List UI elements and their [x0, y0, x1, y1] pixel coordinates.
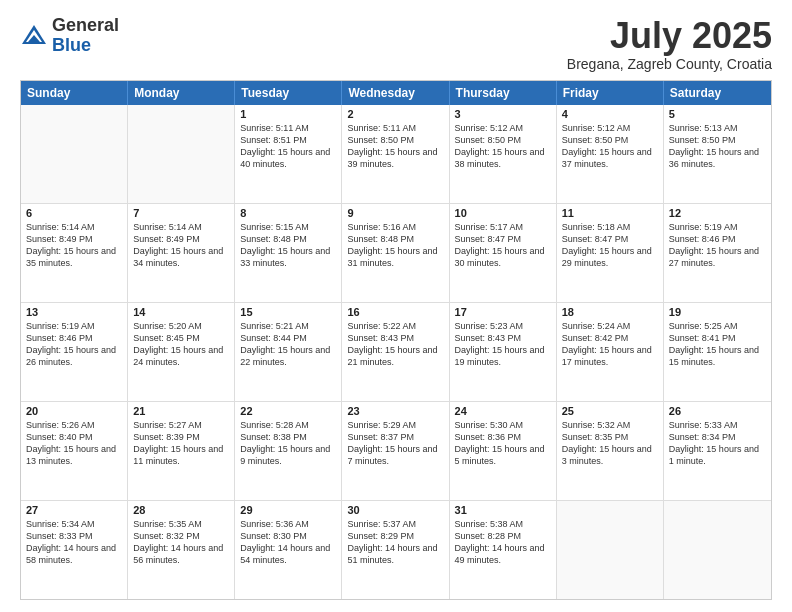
cell-info: Sunrise: 5:19 AM Sunset: 8:46 PM Dayligh… — [669, 221, 766, 270]
location: Bregana, Zagreb County, Croatia — [567, 56, 772, 72]
cal-cell-day-2: 2Sunrise: 5:11 AM Sunset: 8:50 PM Daylig… — [342, 105, 449, 203]
cal-week-5: 27Sunrise: 5:34 AM Sunset: 8:33 PM Dayli… — [21, 501, 771, 599]
day-number: 22 — [240, 405, 336, 417]
cell-info: Sunrise: 5:34 AM Sunset: 8:33 PM Dayligh… — [26, 518, 122, 567]
cal-cell-day-23: 23Sunrise: 5:29 AM Sunset: 8:37 PM Dayli… — [342, 402, 449, 500]
cal-header-friday: Friday — [557, 81, 664, 105]
cell-info: Sunrise: 5:23 AM Sunset: 8:43 PM Dayligh… — [455, 320, 551, 369]
cal-week-2: 6Sunrise: 5:14 AM Sunset: 8:49 PM Daylig… — [21, 204, 771, 303]
cell-info: Sunrise: 5:35 AM Sunset: 8:32 PM Dayligh… — [133, 518, 229, 567]
cell-info: Sunrise: 5:12 AM Sunset: 8:50 PM Dayligh… — [562, 122, 658, 171]
cell-info: Sunrise: 5:20 AM Sunset: 8:45 PM Dayligh… — [133, 320, 229, 369]
cell-info: Sunrise: 5:33 AM Sunset: 8:34 PM Dayligh… — [669, 419, 766, 468]
day-number: 30 — [347, 504, 443, 516]
cal-cell-day-21: 21Sunrise: 5:27 AM Sunset: 8:39 PM Dayli… — [128, 402, 235, 500]
logo: General Blue — [20, 16, 119, 56]
cell-info: Sunrise: 5:37 AM Sunset: 8:29 PM Dayligh… — [347, 518, 443, 567]
cell-info: Sunrise: 5:18 AM Sunset: 8:47 PM Dayligh… — [562, 221, 658, 270]
day-number: 9 — [347, 207, 443, 219]
cell-info: Sunrise: 5:14 AM Sunset: 8:49 PM Dayligh… — [26, 221, 122, 270]
day-number: 12 — [669, 207, 766, 219]
cal-week-1: 1Sunrise: 5:11 AM Sunset: 8:51 PM Daylig… — [21, 105, 771, 204]
cal-cell-day-11: 11Sunrise: 5:18 AM Sunset: 8:47 PM Dayli… — [557, 204, 664, 302]
day-number: 23 — [347, 405, 443, 417]
cal-header-monday: Monday — [128, 81, 235, 105]
cal-cell-day-13: 13Sunrise: 5:19 AM Sunset: 8:46 PM Dayli… — [21, 303, 128, 401]
cal-cell-day-22: 22Sunrise: 5:28 AM Sunset: 8:38 PM Dayli… — [235, 402, 342, 500]
cal-header-wednesday: Wednesday — [342, 81, 449, 105]
calendar: SundayMondayTuesdayWednesdayThursdayFrid… — [20, 80, 772, 600]
cal-cell-empty — [664, 501, 771, 599]
cal-header-thursday: Thursday — [450, 81, 557, 105]
day-number: 3 — [455, 108, 551, 120]
calendar-header: SundayMondayTuesdayWednesdayThursdayFrid… — [21, 81, 771, 105]
cell-info: Sunrise: 5:14 AM Sunset: 8:49 PM Dayligh… — [133, 221, 229, 270]
cal-cell-day-20: 20Sunrise: 5:26 AM Sunset: 8:40 PM Dayli… — [21, 402, 128, 500]
day-number: 7 — [133, 207, 229, 219]
cal-header-sunday: Sunday — [21, 81, 128, 105]
cal-cell-empty — [557, 501, 664, 599]
cell-info: Sunrise: 5:16 AM Sunset: 8:48 PM Dayligh… — [347, 221, 443, 270]
cell-info: Sunrise: 5:15 AM Sunset: 8:48 PM Dayligh… — [240, 221, 336, 270]
day-number: 24 — [455, 405, 551, 417]
cal-week-3: 13Sunrise: 5:19 AM Sunset: 8:46 PM Dayli… — [21, 303, 771, 402]
cal-cell-day-3: 3Sunrise: 5:12 AM Sunset: 8:50 PM Daylig… — [450, 105, 557, 203]
cal-cell-day-7: 7Sunrise: 5:14 AM Sunset: 8:49 PM Daylig… — [128, 204, 235, 302]
cal-cell-day-9: 9Sunrise: 5:16 AM Sunset: 8:48 PM Daylig… — [342, 204, 449, 302]
cal-cell-day-12: 12Sunrise: 5:19 AM Sunset: 8:46 PM Dayli… — [664, 204, 771, 302]
cell-info: Sunrise: 5:19 AM Sunset: 8:46 PM Dayligh… — [26, 320, 122, 369]
day-number: 18 — [562, 306, 658, 318]
cal-cell-empty — [128, 105, 235, 203]
day-number: 21 — [133, 405, 229, 417]
cell-info: Sunrise: 5:12 AM Sunset: 8:50 PM Dayligh… — [455, 122, 551, 171]
cal-cell-day-27: 27Sunrise: 5:34 AM Sunset: 8:33 PM Dayli… — [21, 501, 128, 599]
day-number: 15 — [240, 306, 336, 318]
day-number: 28 — [133, 504, 229, 516]
cal-cell-day-10: 10Sunrise: 5:17 AM Sunset: 8:47 PM Dayli… — [450, 204, 557, 302]
cell-info: Sunrise: 5:13 AM Sunset: 8:50 PM Dayligh… — [669, 122, 766, 171]
cal-cell-day-17: 17Sunrise: 5:23 AM Sunset: 8:43 PM Dayli… — [450, 303, 557, 401]
cell-info: Sunrise: 5:24 AM Sunset: 8:42 PM Dayligh… — [562, 320, 658, 369]
cal-cell-day-30: 30Sunrise: 5:37 AM Sunset: 8:29 PM Dayli… — [342, 501, 449, 599]
logo-general: General — [52, 15, 119, 35]
cal-cell-day-24: 24Sunrise: 5:30 AM Sunset: 8:36 PM Dayli… — [450, 402, 557, 500]
cell-info: Sunrise: 5:11 AM Sunset: 8:51 PM Dayligh… — [240, 122, 336, 171]
day-number: 8 — [240, 207, 336, 219]
cal-cell-day-1: 1Sunrise: 5:11 AM Sunset: 8:51 PM Daylig… — [235, 105, 342, 203]
day-number: 31 — [455, 504, 551, 516]
cal-cell-day-15: 15Sunrise: 5:21 AM Sunset: 8:44 PM Dayli… — [235, 303, 342, 401]
cell-info: Sunrise: 5:17 AM Sunset: 8:47 PM Dayligh… — [455, 221, 551, 270]
cal-cell-empty — [21, 105, 128, 203]
cal-cell-day-6: 6Sunrise: 5:14 AM Sunset: 8:49 PM Daylig… — [21, 204, 128, 302]
day-number: 20 — [26, 405, 122, 417]
cell-info: Sunrise: 5:25 AM Sunset: 8:41 PM Dayligh… — [669, 320, 766, 369]
logo-blue: Blue — [52, 35, 91, 55]
cal-cell-day-28: 28Sunrise: 5:35 AM Sunset: 8:32 PM Dayli… — [128, 501, 235, 599]
day-number: 17 — [455, 306, 551, 318]
cell-info: Sunrise: 5:27 AM Sunset: 8:39 PM Dayligh… — [133, 419, 229, 468]
day-number: 5 — [669, 108, 766, 120]
cal-header-tuesday: Tuesday — [235, 81, 342, 105]
cal-cell-day-19: 19Sunrise: 5:25 AM Sunset: 8:41 PM Dayli… — [664, 303, 771, 401]
cal-cell-day-16: 16Sunrise: 5:22 AM Sunset: 8:43 PM Dayli… — [342, 303, 449, 401]
day-number: 13 — [26, 306, 122, 318]
day-number: 25 — [562, 405, 658, 417]
cal-header-saturday: Saturday — [664, 81, 771, 105]
cell-info: Sunrise: 5:26 AM Sunset: 8:40 PM Dayligh… — [26, 419, 122, 468]
page: General Blue July 2025 Bregana, Zagreb C… — [0, 0, 792, 612]
day-number: 10 — [455, 207, 551, 219]
cell-info: Sunrise: 5:30 AM Sunset: 8:36 PM Dayligh… — [455, 419, 551, 468]
day-number: 29 — [240, 504, 336, 516]
cell-info: Sunrise: 5:36 AM Sunset: 8:30 PM Dayligh… — [240, 518, 336, 567]
cal-cell-day-4: 4Sunrise: 5:12 AM Sunset: 8:50 PM Daylig… — [557, 105, 664, 203]
cal-cell-day-25: 25Sunrise: 5:32 AM Sunset: 8:35 PM Dayli… — [557, 402, 664, 500]
cell-info: Sunrise: 5:21 AM Sunset: 8:44 PM Dayligh… — [240, 320, 336, 369]
header: General Blue July 2025 Bregana, Zagreb C… — [20, 16, 772, 72]
cal-week-4: 20Sunrise: 5:26 AM Sunset: 8:40 PM Dayli… — [21, 402, 771, 501]
month-title: July 2025 — [567, 16, 772, 56]
day-number: 19 — [669, 306, 766, 318]
cal-cell-day-29: 29Sunrise: 5:36 AM Sunset: 8:30 PM Dayli… — [235, 501, 342, 599]
day-number: 26 — [669, 405, 766, 417]
cell-info: Sunrise: 5:32 AM Sunset: 8:35 PM Dayligh… — [562, 419, 658, 468]
cal-cell-day-8: 8Sunrise: 5:15 AM Sunset: 8:48 PM Daylig… — [235, 204, 342, 302]
